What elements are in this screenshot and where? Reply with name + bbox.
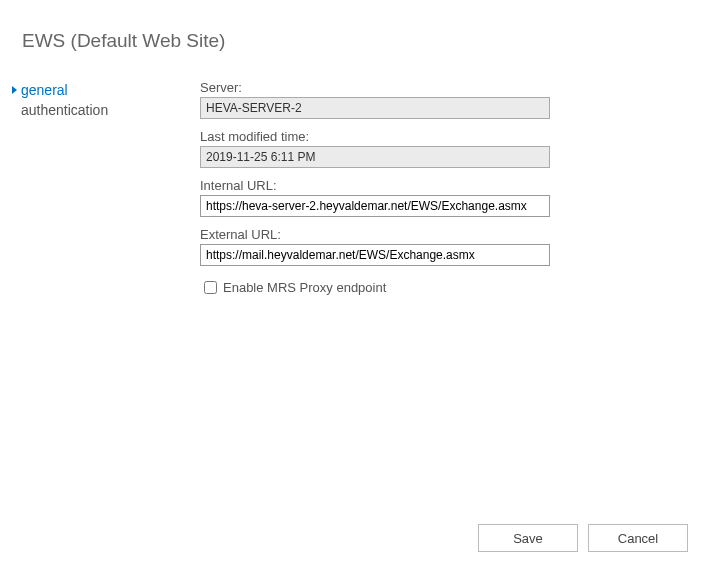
internal-url-input[interactable] xyxy=(200,195,550,217)
last-modified-value: 2019-11-25 6:11 PM xyxy=(200,146,550,168)
sidebar-item-authentication[interactable]: authentication xyxy=(12,100,200,120)
page-title: EWS (Default Web Site) xyxy=(0,0,710,52)
cancel-button[interactable]: Cancel xyxy=(588,524,688,552)
mrs-proxy-row: Enable MRS Proxy endpoint xyxy=(200,278,680,297)
internal-url-label: Internal URL: xyxy=(200,178,680,193)
last-modified-field: Last modified time: 2019-11-25 6:11 PM xyxy=(200,129,680,168)
caret-right-icon xyxy=(12,86,17,94)
last-modified-label: Last modified time: xyxy=(200,129,680,144)
mrs-proxy-checkbox[interactable] xyxy=(204,281,217,294)
sidebar-item-general[interactable]: general xyxy=(12,80,200,100)
server-field: Server: HEVA-SERVER-2 xyxy=(200,80,680,119)
sidebar: general authentication xyxy=(0,80,200,297)
external-url-field: External URL: xyxy=(200,227,680,266)
server-value: HEVA-SERVER-2 xyxy=(200,97,550,119)
internal-url-field: Internal URL: xyxy=(200,178,680,217)
settings-panel: Server: HEVA-SERVER-2 Last modified time… xyxy=(200,80,710,297)
external-url-input[interactable] xyxy=(200,244,550,266)
footer-actions: Save Cancel xyxy=(478,524,688,552)
sidebar-item-label: authentication xyxy=(21,102,108,118)
external-url-label: External URL: xyxy=(200,227,680,242)
server-label: Server: xyxy=(200,80,680,95)
save-button[interactable]: Save xyxy=(478,524,578,552)
sidebar-item-label: general xyxy=(21,82,68,98)
mrs-proxy-label[interactable]: Enable MRS Proxy endpoint xyxy=(223,280,386,295)
